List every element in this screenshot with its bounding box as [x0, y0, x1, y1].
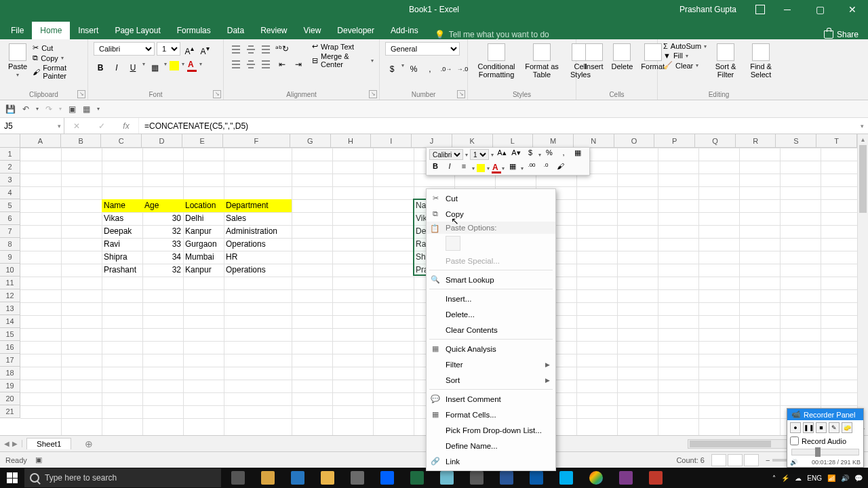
ctx-delete[interactable]: Delete... [427, 306, 555, 322]
mini-fill-dd[interactable]: ▾ [487, 165, 490, 171]
row-header-1[interactable]: 1 [0, 148, 20, 161]
tab-addins[interactable]: Add-ins [382, 22, 427, 39]
formula-input[interactable]: =CONCATENATE(C5,",",D5)▾ [139, 118, 868, 134]
undo-dd-icon[interactable]: ▾ [36, 106, 39, 112]
col-header-S[interactable]: S [776, 134, 816, 148]
cell[interactable]: Shipra [102, 251, 142, 264]
rec-audio-checkbox[interactable] [790, 436, 799, 445]
rec-record-button[interactable]: ● [790, 422, 801, 433]
ctx-copy[interactable]: ⧉Copy [427, 206, 555, 222]
status-record-icon[interactable]: ▣ [35, 455, 42, 464]
mini-italic[interactable]: I [443, 162, 456, 174]
cell[interactable]: Delhi [183, 212, 224, 225]
col-header-T[interactable]: T [816, 134, 857, 148]
cancel-formula-icon[interactable]: ✕ [73, 121, 80, 131]
copy-button[interactable]: ⧉Copy▾ [33, 54, 82, 62]
row-header-2[interactable]: 2 [0, 161, 20, 174]
ctx-sort[interactable]: Sort▶ [427, 372, 555, 388]
zoom-out-button[interactable]: − [766, 456, 770, 464]
close-button[interactable]: ✕ [842, 4, 863, 15]
start-button[interactable] [0, 468, 24, 488]
col-header-I[interactable]: I [371, 134, 412, 148]
view-normal-button[interactable] [711, 454, 726, 466]
mini-grow-font[interactable]: A▴ [496, 148, 508, 161]
mini-align[interactable]: ≡ [458, 162, 470, 174]
tab-home[interactable]: Home [32, 22, 70, 39]
row-header-12[interactable]: 12 [0, 289, 20, 302]
mini-comma[interactable]: , [557, 148, 570, 161]
align-left[interactable] [229, 57, 243, 70]
sheet-nav-arrows[interactable]: ◀▶ [4, 440, 22, 447]
cell[interactable]: Kanpur [183, 225, 224, 238]
taskbar-app1[interactable] [343, 468, 372, 488]
underline-button[interactable]: U [126, 61, 140, 75]
ctx-cut[interactable]: ✂Cut [427, 190, 555, 206]
redo-button[interactable]: ↷ [45, 104, 52, 114]
rec-eraser-button[interactable]: 🧽 [842, 422, 852, 433]
currency-dd-icon[interactable]: ▾ [401, 62, 404, 76]
tab-data[interactable]: Data [219, 22, 252, 39]
align-right[interactable] [259, 57, 273, 70]
row-header-16[interactable]: 16 [0, 341, 20, 354]
cell[interactable]: Mumbai [183, 251, 224, 264]
comma-button[interactable]: , [423, 62, 437, 76]
save-button[interactable]: 💾 [5, 104, 16, 114]
col-header-F[interactable]: F [223, 134, 291, 148]
col-header-O[interactable]: O [614, 134, 655, 148]
cell[interactable]: 34 [142, 251, 183, 264]
new-sheet-button[interactable]: ⊕ [75, 437, 102, 451]
tray-cloud-icon[interactable]: ☁ [795, 474, 802, 482]
ctx-link[interactable]: 🔗Link [427, 453, 555, 469]
border-button[interactable]: ▦ [148, 61, 161, 75]
row-header-6[interactable]: 6 [0, 212, 20, 225]
rec-stop-button[interactable]: ■ [816, 422, 827, 433]
fill-button[interactable]: ▼Fill▾ [663, 52, 707, 60]
tray-up-icon[interactable]: ˄ [772, 474, 776, 482]
mini-shrink-font[interactable]: A▾ [510, 148, 522, 161]
align-middle[interactable] [244, 42, 258, 56]
row-header-4[interactable]: 4 [0, 186, 20, 199]
cell[interactable]: Operations [224, 264, 292, 277]
mini-font-dd-icon[interactable]: ▾ [465, 152, 468, 158]
taskbar-app3[interactable] [642, 468, 670, 488]
taskbar-explorer[interactable] [254, 468, 282, 488]
cut-button[interactable]: ✂Cut [33, 43, 82, 52]
border-dd-icon[interactable]: ▾ [164, 61, 167, 75]
cell[interactable]: 32 [142, 264, 183, 277]
ctx-format-cells[interactable]: ▦Format Cells... [427, 407, 555, 422]
align-center[interactable] [244, 57, 258, 70]
mini-size-select[interactable]: 11 [470, 149, 489, 160]
cell[interactable]: Ravi [102, 238, 142, 251]
mini-currency[interactable]: $ [524, 148, 536, 161]
view-pagelayout-button[interactable] [728, 454, 743, 466]
taskbar-folder[interactable] [313, 468, 342, 488]
tab-review[interactable]: Review [252, 22, 295, 39]
task-view-button[interactable] [224, 468, 252, 488]
mini-fontcolor-dd[interactable]: ▾ [502, 165, 505, 171]
qat-custom2[interactable]: ▦ [83, 104, 90, 114]
align-top[interactable] [229, 42, 243, 56]
fx-icon[interactable]: fx [123, 121, 129, 131]
qat-customize-icon[interactable]: ▾ [97, 106, 100, 112]
find-select-button[interactable]: Find & Select [745, 42, 777, 80]
mini-border2[interactable]: ▦ [507, 162, 519, 174]
indent-dec-button[interactable]: ⇤ [275, 58, 289, 71]
cell[interactable]: Department [224, 199, 292, 212]
merge-center-button[interactable]: ⊟Merge & Center▾ [312, 52, 374, 68]
tray-power-icon[interactable]: ⚡ [781, 474, 789, 482]
mini-decdec[interactable]: .0 [540, 162, 552, 174]
cell[interactable]: Age [142, 199, 183, 212]
paste-option-default[interactable] [446, 236, 460, 251]
recorder-title-bar[interactable]: 📹Recorder Panel [787, 409, 863, 420]
row-header-3[interactable]: 3 [0, 174, 20, 186]
cell[interactable]: Administration [224, 225, 292, 238]
vertical-scrollbar[interactable]: ▴ ▾ [857, 134, 868, 435]
font-size-select[interactable]: 11 [157, 42, 180, 56]
indent-inc-button[interactable]: ⇥ [292, 58, 305, 71]
col-header-J[interactable]: J [412, 134, 452, 148]
align-bottom[interactable] [259, 42, 273, 56]
wrap-text-button[interactable]: ↩Wrap Text [312, 42, 374, 51]
row-header-8[interactable]: 8 [0, 238, 20, 251]
mini-size-dd-icon[interactable]: ▾ [491, 152, 494, 158]
cell[interactable]: HR [224, 251, 292, 264]
